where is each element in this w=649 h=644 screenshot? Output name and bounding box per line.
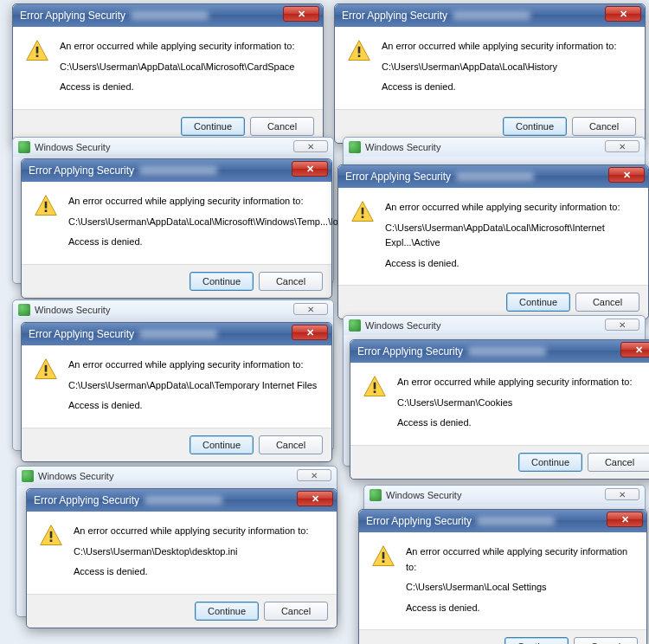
message-path: C:\Users\Userman\Cookies (397, 396, 632, 411)
dialog-title: Error Applying Security (345, 171, 451, 183)
parent-titlebar[interactable]: Windows Security ✕ (13, 138, 333, 157)
message-intro: An error occurred while applying securit… (60, 39, 294, 55)
svg-rect-8 (45, 209, 48, 212)
message-path: C:\Users\Userman\AppData\Local\Microsoft… (68, 215, 344, 230)
continue-button[interactable]: Continue (506, 293, 570, 312)
close-button[interactable]: ✕ (292, 161, 328, 177)
cancel-button[interactable]: Cancel (259, 272, 323, 291)
svg-rect-22 (382, 552, 385, 559)
continue-button[interactable]: Continue (195, 602, 259, 621)
svg-rect-14 (45, 373, 48, 376)
dialog-titlebar[interactable]: Error Applying Security ✕ (350, 340, 649, 363)
titlebar-blur (456, 172, 534, 181)
message-denied: Access is denied. (68, 398, 317, 414)
dialog-titlebar[interactable]: Error Applying Security ✕ (338, 165, 648, 188)
continue-button[interactable]: Continue (503, 117, 567, 136)
error-dialog: Error Applying Security ✕ An error occur… (21, 322, 332, 462)
svg-rect-7 (45, 202, 48, 209)
cancel-button[interactable]: Cancel (575, 293, 639, 312)
dialog-titlebar[interactable]: Error Applying Security ✕ (335, 4, 645, 27)
message-denied: Access is denied. (60, 80, 294, 95)
svg-rect-10 (362, 208, 364, 215)
continue-button[interactable]: Continue (181, 117, 245, 136)
close-button[interactable]: ✕ (605, 6, 641, 22)
security-icon (18, 141, 30, 153)
dialog-titlebar[interactable]: Error Applying Security ✕ (22, 159, 331, 182)
titlebar-blur (139, 166, 217, 175)
titlebar-blur (131, 11, 209, 20)
close-icon: ✕ (619, 142, 626, 151)
parent-title: Windows Security (365, 320, 440, 331)
message-denied: Access is denied. (68, 235, 344, 250)
parent-title: Windows Security (38, 471, 113, 481)
cancel-button[interactable]: Cancel (264, 602, 328, 621)
titlebar-blur (145, 496, 222, 505)
cancel-button[interactable]: Cancel (250, 117, 314, 136)
parent-close-button[interactable]: ✕ (297, 469, 331, 481)
close-button[interactable]: ✕ (607, 512, 643, 527)
dialog-message: An error occurred while applying securit… (406, 544, 634, 621)
continue-button[interactable]: Continue (190, 272, 254, 291)
close-icon: ✕ (298, 9, 305, 20)
message-denied: Access is denied. (74, 564, 308, 580)
dialog-body: An error occurred while applying securit… (22, 182, 331, 264)
dialog-title: Error Applying Security (20, 10, 125, 22)
warning-icon (34, 357, 58, 382)
dialog-body: An error occurred while applying securit… (13, 27, 323, 109)
svg-rect-20 (50, 539, 53, 542)
parent-close-button[interactable]: ✕ (293, 140, 328, 152)
cancel-button[interactable]: Cancel (259, 435, 323, 454)
close-button[interactable]: ✕ (620, 342, 649, 357)
error-dialog: Error Applying Security ✕ An error occur… (334, 3, 646, 144)
titlebar-blur (453, 11, 530, 20)
dialog-title: Error Applying Security (29, 164, 134, 177)
message-intro: An error occurred while applying securit… (406, 544, 634, 575)
svg-rect-16 (374, 383, 376, 390)
dialog-title: Error Applying Security (34, 494, 139, 506)
svg-rect-1 (36, 47, 39, 54)
error-dialog: Error Applying Security ✕ An error occur… (21, 158, 332, 299)
parent-close-button[interactable]: ✕ (605, 140, 639, 152)
dialog-body: An error occurred while applying securit… (27, 512, 337, 594)
continue-button[interactable]: Continue (518, 453, 582, 472)
titlebar-blur (468, 347, 546, 356)
close-button[interactable]: ✕ (297, 491, 333, 506)
close-button[interactable]: ✕ (608, 167, 645, 183)
parent-titlebar[interactable]: Windows Security ✕ (344, 138, 645, 157)
close-icon: ✕ (620, 9, 627, 20)
close-button[interactable]: ✕ (292, 325, 328, 340)
close-icon: ✕ (307, 305, 314, 314)
parent-titlebar[interactable]: Windows Security ✕ (16, 467, 337, 486)
dialog-titlebar[interactable]: Error Applying Security ✕ (22, 323, 331, 345)
dialog-titlebar[interactable]: Error Applying Security ✕ (27, 489, 337, 512)
message-path: C:\Users\Userman\AppData\Local\Temporary… (68, 378, 317, 394)
parent-close-button[interactable]: ✕ (605, 488, 639, 500)
message-denied: Access is denied. (397, 415, 632, 431)
dialog-footer: Continue Cancel (22, 428, 331, 461)
close-icon: ✕ (619, 320, 626, 330)
continue-button[interactable]: Continue (504, 637, 569, 644)
dialog-footer: Continue Cancel (338, 285, 648, 319)
svg-rect-13 (45, 365, 48, 372)
cancel-button[interactable]: Cancel (572, 117, 636, 136)
security-icon (349, 141, 361, 153)
dialog-titlebar[interactable]: Error Applying Security ✕ (13, 4, 323, 27)
close-button[interactable]: ✕ (283, 6, 319, 22)
cancel-button[interactable]: Cancel (574, 637, 638, 644)
dialog-footer: Continue Cancel (359, 629, 646, 644)
parent-close-button[interactable]: ✕ (605, 319, 639, 331)
dialog-message: An error occurred while applying securit… (382, 39, 616, 100)
parent-titlebar[interactable]: Windows Security ✕ (344, 316, 645, 335)
parent-close-button[interactable]: ✕ (293, 303, 328, 315)
parent-titlebar[interactable]: Windows Security ✕ (364, 486, 645, 505)
close-icon: ✕ (312, 493, 319, 505)
continue-button[interactable]: Continue (190, 435, 254, 454)
parent-title: Windows Security (386, 490, 461, 500)
svg-rect-4 (358, 47, 361, 54)
security-icon (349, 319, 361, 332)
parent-titlebar[interactable]: Windows Security ✕ (13, 300, 333, 319)
dialog-titlebar[interactable]: Error Applying Security ✕ (359, 510, 646, 532)
dialog-body: An error occurred while applying securit… (350, 363, 649, 445)
cancel-button[interactable]: Cancel (588, 453, 649, 472)
parent-title: Windows Security (365, 142, 440, 152)
